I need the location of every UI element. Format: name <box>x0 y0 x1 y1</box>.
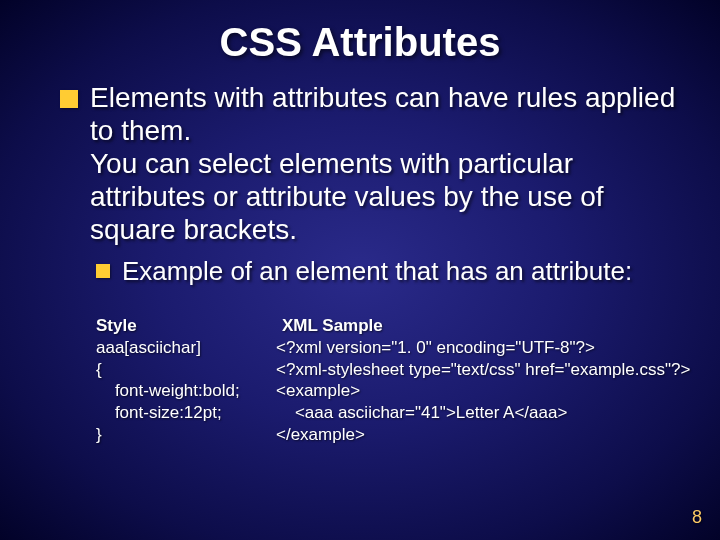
page-number: 8 <box>692 507 702 528</box>
sub-block: Example of an element that has an attrib… <box>96 256 680 445</box>
bullet-icon <box>60 90 78 108</box>
main-bullet-text: Elements with attributes can have rules … <box>90 81 680 246</box>
code-col-left: Style aaa[asciichar] { font-weight:bold;… <box>96 293 276 445</box>
slide: CSS Attributes Elements with attributes … <box>0 0 720 540</box>
left-header: Style <box>96 316 137 335</box>
bullet-icon <box>96 264 110 278</box>
sub-bullet-row: Example of an element that has an attrib… <box>96 256 680 287</box>
code-col-right: XML Sample <?xml version="1. 0" encoding… <box>276 293 690 445</box>
right-code: <?xml version="1. 0" encoding="UTF-8"?> … <box>276 338 690 444</box>
sub-bullet-text: Example of an element that has an attrib… <box>122 256 632 287</box>
right-header: XML Sample <box>276 316 383 335</box>
slide-body: Elements with attributes can have rules … <box>0 65 720 446</box>
code-columns: Style aaa[asciichar] { font-weight:bold;… <box>96 293 680 445</box>
slide-title: CSS Attributes <box>0 0 720 65</box>
main-bullet-row: Elements with attributes can have rules … <box>60 81 680 246</box>
left-code: aaa[asciichar] { font-weight:bold; font-… <box>96 338 240 444</box>
